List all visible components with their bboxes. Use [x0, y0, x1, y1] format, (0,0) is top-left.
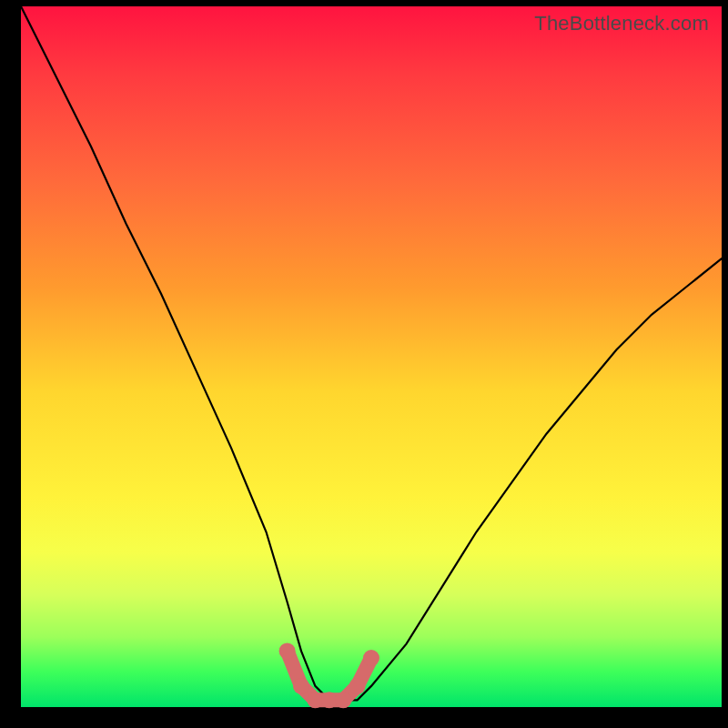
trough-dot: [279, 642, 296, 659]
trough-dot: [321, 692, 338, 708]
trough-dot: [363, 650, 379, 666]
bottleneck-curve: [21, 6, 722, 707]
trough-dot: [349, 678, 366, 694]
watermark-text: TheBottleneck.com: [534, 12, 709, 35]
plot-area: TheBottleneck.com: [21, 6, 722, 707]
trough-dot: [335, 692, 351, 708]
curve-path: [21, 6, 722, 700]
chart-frame: TheBottleneck.com: [0, 0, 728, 728]
trough-dot: [293, 678, 309, 694]
trough-dot: [307, 692, 323, 708]
